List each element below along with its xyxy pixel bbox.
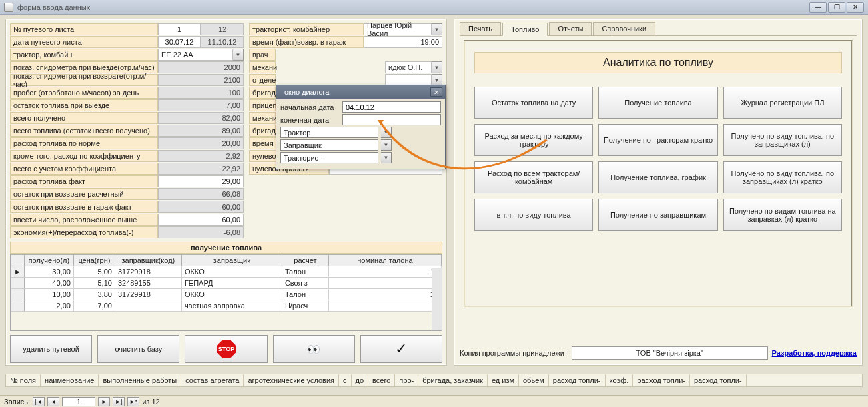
chevron-down-icon[interactable]: ▼ [381, 127, 392, 138]
metric-label: всего топлива (остаток+всего получено) [10, 125, 158, 137]
analytics-panel: Печать Топливо Отчеты Справочники Аналит… [454, 19, 863, 366]
dialog-sel-supplier[interactable]: Заправщик [280, 139, 378, 151]
tab-fuel[interactable]: Топливо [502, 23, 548, 36]
report-button[interactable]: Получение по заправщикам [598, 199, 717, 231]
recnav-current[interactable] [62, 397, 95, 406]
end-date-input[interactable] [342, 114, 441, 125]
window-title: форма ввода данных [17, 3, 90, 11]
report-button[interactable]: Получено по видам топлива на заправках (… [723, 199, 842, 231]
report-button[interactable]: Получение по тракторам кратко [598, 124, 717, 156]
metric-value: 20,00 [158, 137, 244, 149]
column-header: агротехнические условия [244, 374, 339, 386]
start-date-input[interactable] [342, 101, 441, 113]
fuel-table[interactable]: получено(л) цена(грн) заправщик(код) зап… [10, 254, 442, 331]
label-mech2: механи [249, 112, 276, 124]
analytics-title: Аналитика по топливу [474, 52, 842, 73]
columns-header-strip: № полянаименованиевыполненные работысост… [5, 374, 863, 387]
metric-label: остаток при возврате расчетный [10, 188, 158, 200]
return-time[interactable]: 19:00 [364, 36, 442, 48]
check-icon: ✓ [395, 340, 407, 358]
dialog-sel-tractor[interactable]: Трактор [280, 127, 378, 138]
metric-value: 89,00 [158, 125, 244, 137]
report-button[interactable]: Расход по всем тракторам/комбайнам [474, 161, 593, 193]
recnav-first[interactable]: |◄ [33, 397, 45, 406]
label-waybill-date: дата путевого листа [10, 36, 158, 48]
find-button[interactable]: 👀 [273, 335, 355, 363]
metric-label: показ. спидометра при возврате(отр.м/час… [10, 74, 158, 86]
metric-label: экономия(+)/перерасход топлива(-) [10, 226, 158, 238]
report-button[interactable]: Остаток топлива на дату [474, 87, 593, 119]
delete-waybill-button[interactable]: удалить путевой [10, 335, 92, 363]
metric-label: расход топлива факт [10, 175, 158, 187]
dropdown-icon[interactable]: ▼ [432, 23, 442, 35]
column-header: расход топли- [549, 374, 606, 386]
tractor-dropdown-icon[interactable]: ▼ [233, 49, 244, 61]
table-row[interactable]: 2,007,00 частная заправкаН/расч [11, 300, 442, 312]
report-button[interactable]: Журнал регистрации ПЛ [723, 87, 842, 119]
chevron-down-icon[interactable]: ▼ [381, 152, 392, 163]
column-header: ед изм [488, 374, 519, 386]
driver-select[interactable]: Парцев Юрій Васил [364, 23, 432, 35]
column-header: состав агрегата [181, 374, 244, 386]
metric-label: всего с учетом коэффициента [10, 163, 158, 175]
recnav-label: Запись: [4, 398, 30, 406]
tab-reports[interactable]: Отчеты [549, 22, 592, 35]
tab-print[interactable]: Печать [460, 22, 501, 35]
metric-value: 2000 [158, 61, 244, 73]
window-minimize-button[interactable]: — [809, 2, 827, 13]
chevron-down-icon[interactable]: ▼ [381, 139, 392, 151]
metric-value[interactable]: 29,00 [158, 175, 244, 187]
dialog-sel-driver[interactable]: Тракторист [280, 152, 378, 163]
report-button[interactable]: в т.ч. по виду топлива [474, 199, 593, 231]
column-header: наименование [41, 374, 99, 386]
table-row[interactable]: ► 30,005,00 31729918ОККОТалон15 [11, 266, 442, 278]
tab-directories[interactable]: Справочники [593, 22, 655, 35]
metric-value: 100 [158, 87, 244, 99]
clear-db-button[interactable]: очистить базу [97, 335, 179, 363]
report-button[interactable]: Расход за месяц по каждому трактору [474, 124, 593, 156]
report-button[interactable]: Получено по виду топлива, по заправщиках… [723, 161, 842, 193]
window-restore-button[interactable]: ❐ [828, 2, 845, 13]
column-header: расход топли- [690, 374, 747, 386]
recnav-next[interactable]: ► [98, 397, 110, 406]
stop-button[interactable]: STOP [185, 335, 267, 363]
fuel-section-title: получение топлива [10, 242, 442, 254]
table-scrollbar[interactable] [432, 268, 442, 330]
col-supplier: заправщик [181, 255, 282, 266]
col-supplier-code: заправщик(код) [115, 255, 181, 266]
dropdown-icon[interactable]: ▼ [432, 61, 442, 73]
mech1-val[interactable]: идюк О.П. [385, 61, 432, 73]
owner-label: Копия программы принадлежит [460, 349, 568, 357]
tractor-select[interactable]: ЕЕ 22 АА [158, 49, 233, 61]
dialog-close-button[interactable]: ✕ [430, 87, 442, 97]
ok-button[interactable]: ✓ [360, 335, 442, 363]
tabs: Печать Топливо Отчеты Справочники [460, 22, 857, 36]
app-icon [4, 3, 13, 12]
label-end-date: конечная дата [280, 116, 340, 124]
table-row[interactable]: 10,003,80 31729918ОККОТалон10 [11, 289, 442, 300]
metric-value[interactable]: 60,00 [158, 214, 244, 226]
report-button[interactable]: Получение топлива [598, 87, 717, 119]
label-doctor: врач [249, 49, 276, 61]
metric-label: кроме того, расход по коэффициенту [10, 150, 158, 162]
record-navigator: Запись: |◄ ◄ ► ►| ►* из 12 [0, 395, 868, 407]
report-button[interactable]: Получение топлива, график [598, 161, 717, 193]
metric-label: ввести число, расположенное выше [10, 214, 158, 226]
waybill-no-to: 12 [201, 23, 244, 35]
table-row[interactable]: 40,005,10 32489155ГЕПАРДСвоя з [11, 278, 442, 289]
recnav-last[interactable]: ►| [113, 397, 125, 406]
column-header: расход топли- [633, 374, 690, 386]
data-entry-panel: № путевого листа 1 12 дата путевого лист… [5, 19, 447, 366]
metric-label: остаток при возврате в гараж факт [10, 201, 158, 213]
report-button[interactable]: Получено по виду топлива, по заправщиках… [723, 124, 842, 156]
col-price: цена(грн) [73, 255, 115, 266]
window-close-button[interactable]: ✕ [847, 2, 864, 13]
column-header: с [339, 374, 352, 386]
waybill-no-from[interactable]: 1 [158, 23, 201, 35]
label-brig2: бригад [249, 125, 276, 137]
waybill-date-from[interactable]: 30.07.12 [158, 36, 201, 48]
recnav-prev[interactable]: ◄ [47, 397, 59, 406]
support-link[interactable]: Разработка, поддержка [772, 349, 857, 357]
metric-label: остаток топлива при выезде [10, 99, 158, 111]
recnav-new[interactable]: ►* [127, 397, 139, 406]
